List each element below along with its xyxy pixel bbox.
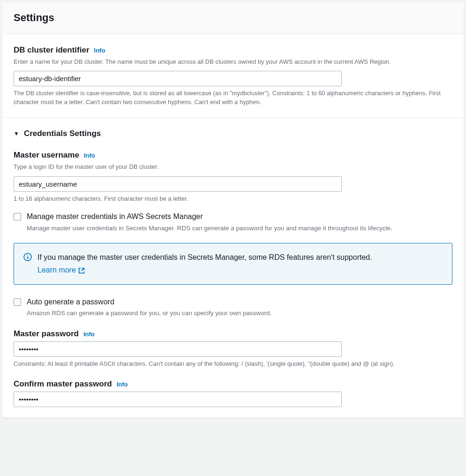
master-password-label: Master password: [14, 328, 79, 340]
external-link-icon: [78, 267, 85, 274]
master-password-info-link[interactable]: Info: [83, 330, 95, 339]
master-username-description: Type a login ID for the master user of y…: [14, 163, 452, 172]
auto-generate-checkbox-row: Auto generate a password Amazon RDS can …: [14, 297, 452, 318]
confirm-password-field: Confirm master password Info: [14, 378, 452, 407]
caret-down-icon: ▼: [14, 130, 19, 138]
db-identifier-description: Enter a name for your DB cluster. The na…: [14, 58, 452, 67]
credentials-toggle[interactable]: ▼ Credentials Settings: [14, 128, 452, 139]
master-username-input[interactable]: [14, 176, 342, 192]
master-password-field: Master password Info Constraints: At lea…: [14, 328, 452, 369]
master-username-info-link[interactable]: Info: [84, 151, 95, 160]
secrets-manager-checkbox-desc: Manage master user credentials in Secret…: [27, 224, 452, 233]
page-title: Settings: [14, 11, 452, 25]
secrets-manager-checkbox-row: Manage master credentials in AWS Secrets…: [14, 212, 452, 233]
learn-more-link[interactable]: Learn more: [38, 265, 85, 275]
master-username-helper: 1 to 16 alphanumeric characters. First c…: [14, 195, 452, 204]
db-identifier-info-link[interactable]: Info: [94, 46, 105, 55]
secrets-manager-checkbox-label: Manage master credentials in AWS Secrets…: [27, 212, 452, 222]
svg-point-2: [27, 255, 28, 256]
db-identifier-label: DB cluster identifier: [14, 45, 90, 56]
auto-generate-checkbox[interactable]: [14, 298, 21, 306]
db-identifier-input[interactable]: [14, 71, 342, 86]
confirm-password-input[interactable]: [14, 392, 342, 407]
panel-header: Settings: [2, 2, 464, 34]
auto-generate-checkbox-desc: Amazon RDS can generate a password for y…: [27, 309, 452, 318]
db-identifier-helper: The DB cluster identifier is case-insens…: [14, 89, 452, 107]
credentials-title: Credentials Settings: [24, 128, 101, 139]
info-icon: [23, 253, 32, 261]
svg-line-3: [81, 268, 84, 271]
settings-panel: Settings DB cluster identifier Info Ente…: [2, 2, 464, 418]
secrets-manager-checkbox[interactable]: [14, 213, 21, 220]
master-password-input[interactable]: [14, 341, 342, 357]
credentials-section: ▼ Credentials Settings Master username I…: [2, 117, 464, 417]
learn-more-label: Learn more: [38, 265, 76, 275]
secrets-alert-text: If you manage the master user credential…: [38, 252, 372, 263]
confirm-password-label: Confirm master password: [14, 378, 112, 390]
secrets-info-alert: If you manage the master user credential…: [14, 243, 452, 284]
confirm-password-info-link[interactable]: Info: [117, 380, 128, 389]
db-identifier-field: DB cluster identifier Info Enter a name …: [2, 34, 464, 117]
master-username-field: Master username Info Type a login ID for…: [14, 150, 452, 203]
master-username-label: Master username: [14, 150, 79, 161]
master-password-helper: Constraints: At least 8 printable ASCII …: [14, 360, 452, 369]
auto-generate-checkbox-label: Auto generate a password: [27, 297, 452, 307]
